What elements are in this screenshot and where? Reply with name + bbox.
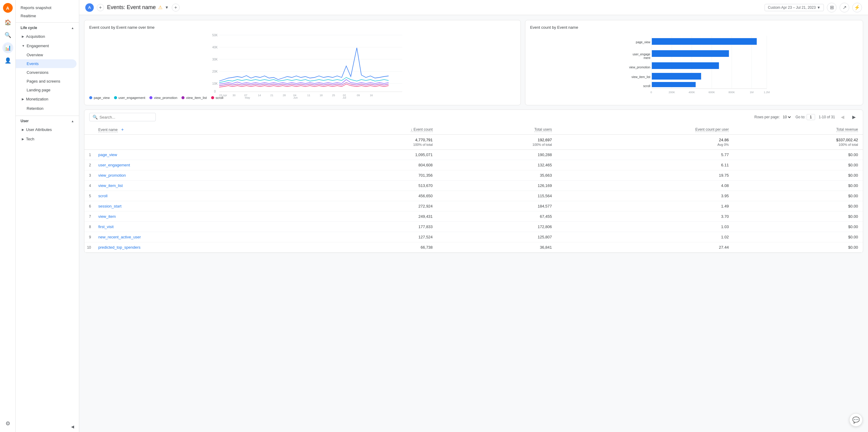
- row-revenue: $0.00: [734, 170, 863, 181]
- row-num: 1: [84, 150, 93, 160]
- go-to-input[interactable]: [807, 114, 815, 120]
- row-event-name[interactable]: view_item: [93, 212, 308, 222]
- search-icon[interactable]: 🔍: [2, 30, 13, 40]
- sidebar-item-user-attributes[interactable]: ▶ User Attributes: [16, 125, 79, 134]
- realtime-link[interactable]: Realtime: [21, 12, 74, 20]
- sidebar-item-engagement[interactable]: ▼ Engagement: [16, 41, 79, 51]
- topbar-add-btn[interactable]: +: [172, 4, 180, 11]
- svg-text:view_promotion: view_promotion: [629, 66, 650, 69]
- pagination-next-btn[interactable]: ▶: [850, 113, 858, 121]
- row-event-name[interactable]: session_start: [93, 201, 308, 212]
- compare-icon-btn[interactable]: ⊞: [827, 3, 837, 12]
- table-row: 7 view_item 249,431 67,455 3.70 $0.00: [84, 212, 863, 222]
- date-range-picker[interactable]: Custom Apr 23 – Jul 21, 2023 ▼: [765, 4, 824, 11]
- row-revenue: $0.00: [734, 212, 863, 222]
- home-icon[interactable]: 🏠: [2, 17, 13, 28]
- row-event-count: 177,833: [308, 222, 438, 232]
- pagination-prev-btn[interactable]: ◀: [839, 113, 846, 121]
- sidebar-item-pages-and-screens[interactable]: Pages and screens: [16, 77, 79, 86]
- col-total-users[interactable]: Total users: [438, 124, 557, 135]
- svg-text:14: 14: [258, 94, 261, 97]
- title-dropdown-btn[interactable]: ▼: [165, 5, 169, 10]
- svg-text:30K: 30K: [212, 58, 218, 61]
- row-total-users: 126,169: [438, 181, 557, 191]
- row-event-name[interactable]: view_item_list: [93, 181, 308, 191]
- row-event-name[interactable]: view_promotion: [93, 170, 308, 181]
- lifecycle-section-header[interactable]: Life cycle ▲: [16, 23, 79, 32]
- col-event-count-per-user[interactable]: Event count per user: [557, 124, 734, 135]
- row-total-users: 172,806: [438, 222, 557, 232]
- svg-text:50K: 50K: [212, 34, 218, 37]
- row-num: 6: [84, 201, 93, 212]
- share-icon-btn[interactable]: ↗: [840, 3, 849, 12]
- svg-text:18: 18: [320, 94, 323, 97]
- sidebar-item-events[interactable]: Events: [16, 59, 76, 68]
- table-row: 6 session_start 272,924 184,577 1.49 $0.…: [84, 201, 863, 212]
- settings-icon[interactable]: ⚙: [2, 418, 13, 429]
- table-row: 5 scroll 456,650 115,564 3.95 $0.00: [84, 191, 863, 201]
- row-per-user: 4.08: [557, 181, 734, 191]
- sidebar-item-tech[interactable]: ▶ Tech: [16, 134, 79, 144]
- legend-view-promotion: view_promotion: [149, 96, 177, 99]
- col-total-revenue[interactable]: Total revenue: [734, 124, 863, 135]
- search-box[interactable]: 🔍: [89, 113, 156, 121]
- sidebar-item-landing-page[interactable]: Landing page: [16, 86, 79, 94]
- search-icon-table: 🔍: [93, 115, 98, 120]
- go-to-label: Go to:: [796, 115, 805, 119]
- row-revenue: $0.00: [734, 222, 863, 232]
- row-event-name[interactable]: predicted_top_spenders: [93, 242, 308, 253]
- reports-snapshot-link[interactable]: Reports snapshot: [21, 4, 74, 12]
- svg-text:28: 28: [283, 94, 286, 97]
- svg-text:view_item_list: view_item_list: [631, 75, 650, 79]
- table-row: 8 first_visit 177,833 172,806 1.03 $0.00: [84, 222, 863, 232]
- sidebar-collapse-btn[interactable]: ◀: [16, 422, 79, 432]
- user-section-header[interactable]: User ▲: [16, 116, 79, 125]
- svg-text:10K: 10K: [212, 82, 218, 85]
- insights-icon-btn[interactable]: ⚡: [852, 3, 862, 12]
- sidebar-item-monetization[interactable]: ▶ Monetization: [16, 94, 79, 104]
- row-revenue: $0.00: [734, 191, 863, 201]
- svg-text:11: 11: [307, 94, 310, 97]
- svg-text:30: 30: [232, 94, 236, 97]
- row-total-users: 132,465: [438, 160, 557, 170]
- sidebar-item-conversions[interactable]: Conversions: [16, 68, 79, 77]
- row-per-user: 5.77: [557, 150, 734, 160]
- col-event-name[interactable]: Event name +: [93, 124, 308, 135]
- svg-text:page_view: page_view: [636, 40, 651, 44]
- table-row: 4 view_item_list 513,670 126,169 4.08 $0…: [84, 181, 863, 191]
- row-per-user: 3.95: [557, 191, 734, 201]
- row-event-name[interactable]: scroll: [93, 191, 308, 201]
- svg-text:0: 0: [650, 91, 652, 94]
- row-total-users: 190,288: [438, 150, 557, 160]
- row-revenue: $0.00: [734, 242, 863, 253]
- rows-per-page-select[interactable]: 10 25 50: [781, 115, 792, 120]
- row-event-name[interactable]: new_recent_active_user: [93, 232, 308, 242]
- col-event-count[interactable]: ↓ Event count: [308, 124, 438, 135]
- analytics-icon[interactable]: 📊: [2, 42, 13, 53]
- svg-text:1M: 1M: [750, 91, 754, 94]
- rows-per-page-label: Rows per page:: [754, 115, 780, 119]
- svg-text:20K: 20K: [212, 70, 218, 73]
- row-total-users: 67,455: [438, 212, 557, 222]
- row-event-name[interactable]: first_visit: [93, 222, 308, 232]
- row-event-name[interactable]: user_engagement: [93, 160, 308, 170]
- add-column-btn[interactable]: +: [121, 127, 124, 132]
- row-event-name[interactable]: page_view: [93, 150, 308, 160]
- svg-text:ment: ment: [644, 56, 650, 60]
- svg-text:16: 16: [370, 94, 373, 97]
- svg-text:0: 0: [214, 90, 216, 93]
- sidebar-item-retention[interactable]: Retention: [16, 104, 79, 113]
- row-event-count: 249,431: [308, 212, 438, 222]
- row-per-user: 27.44: [557, 242, 734, 253]
- sidebar-item-overview[interactable]: Overview: [16, 51, 79, 59]
- chat-icon-btn[interactable]: 💬: [849, 413, 863, 427]
- topbar-add-comparison[interactable]: +: [97, 4, 104, 11]
- sidebar-item-acquisition[interactable]: ▶ Acquisition: [16, 32, 79, 41]
- bar-chart-title: Event count by Event name: [530, 25, 858, 30]
- svg-text:40K: 40K: [212, 46, 218, 49]
- search-input[interactable]: [99, 115, 152, 120]
- table-row: 9 new_recent_active_user 127,524 125,807…: [84, 232, 863, 242]
- legend-scroll: scroll: [211, 96, 223, 99]
- row-num: 4: [84, 181, 93, 191]
- audience-icon[interactable]: 👤: [2, 55, 13, 66]
